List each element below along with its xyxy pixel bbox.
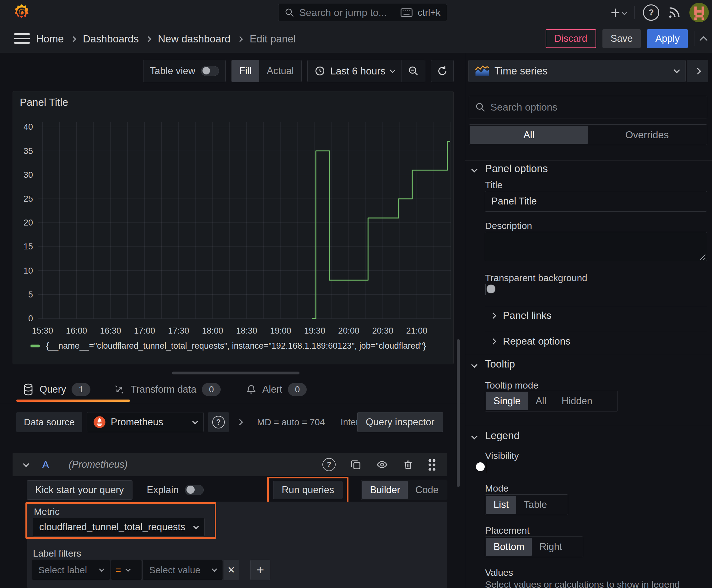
query-inspector-button[interactable]: Query inspector: [357, 412, 443, 432]
breadcrumb-new-dashboard[interactable]: New dashboard: [158, 33, 231, 45]
chevron-down-icon: [193, 523, 199, 529]
tooltip-hidden-option[interactable]: Hidden: [554, 392, 600, 410]
save-button[interactable]: Save: [602, 29, 641, 48]
datasource-help-icon[interactable]: ?: [208, 412, 229, 432]
svg-text:21:00: 21:00: [406, 326, 428, 335]
tab-alert[interactable]: Alert 0: [233, 383, 319, 396]
remove-filter-icon[interactable]: ✕: [223, 560, 239, 580]
placement-right-option[interactable]: Right: [532, 538, 569, 556]
operator-dropdown[interactable]: =: [111, 560, 142, 580]
news-rss-icon[interactable]: [667, 6, 681, 19]
legend-values-help: Select values or calculations to show in…: [485, 579, 679, 588]
new-menu-button[interactable]: +: [610, 4, 626, 21]
refresh-icon[interactable]: [431, 60, 454, 82]
metric-select[interactable]: cloudflared_tunnel_total_requests: [33, 518, 205, 537]
actual-option[interactable]: Actual: [259, 60, 301, 82]
tab-all[interactable]: All: [470, 126, 588, 144]
pane-resize-handle[interactable]: [172, 372, 300, 374]
repeat-options-section[interactable]: Repeat options: [503, 335, 570, 347]
table-view-control[interactable]: Table view: [143, 60, 226, 82]
search-icon: [475, 102, 486, 112]
svg-text:20:00: 20:00: [338, 326, 360, 335]
add-filter-icon[interactable]: +: [250, 560, 270, 580]
grafana-logo-icon[interactable]: [13, 3, 31, 21]
select-value-dropdown[interactable]: Select value: [143, 560, 223, 580]
tab-overrides[interactable]: Overrides: [588, 126, 706, 144]
transparent-bg-toggle[interactable]: [485, 284, 486, 295]
tab-alert-label: Alert: [262, 384, 282, 395]
panel-options-header[interactable]: Panel options: [485, 163, 548, 175]
tooltip-single-option[interactable]: Single: [486, 392, 528, 410]
svg-text:15: 15: [24, 242, 33, 251]
svg-text:16:00: 16:00: [66, 326, 87, 335]
chart-legend[interactable]: {__name__="cloudflared_tunnel_total_requ…: [30, 341, 426, 351]
fill-option[interactable]: Fill: [232, 60, 259, 82]
toggle-pane-icon[interactable]: [687, 60, 708, 82]
svg-text:10: 10: [24, 266, 33, 275]
tab-transform[interactable]: Transform data 0: [101, 383, 233, 396]
datasource-picker[interactable]: Prometheus: [87, 412, 204, 432]
menu-icon[interactable]: [14, 33, 30, 44]
legend-list-option[interactable]: List: [486, 496, 516, 514]
resize-handle-icon[interactable]: [698, 253, 706, 260]
explain-toggle[interactable]: [185, 485, 204, 495]
panel-links-section[interactable]: Panel links: [503, 310, 552, 321]
legend-table-option[interactable]: Table: [516, 496, 555, 514]
drag-handle-icon[interactable]: [428, 458, 436, 471]
transparent-bg-label: Transparent background: [485, 273, 587, 283]
transform-count-badge: 0: [202, 383, 221, 396]
tooltip-header[interactable]: Tooltip: [485, 358, 515, 370]
collapse-header-icon[interactable]: [699, 36, 707, 44]
panel-view-toolbar: Table view Fill Actual Last 6 hours: [13, 60, 454, 82]
datasource-label: Data source: [16, 412, 82, 432]
global-search-box[interactable]: Search or jump to... ctrl+k: [278, 4, 447, 21]
select-label-dropdown[interactable]: Select label: [32, 560, 110, 580]
legend-label[interactable]: {__name__="cloudflared_tunnel_total_requ…: [46, 341, 426, 351]
placement-bottom-option[interactable]: Bottom: [486, 538, 532, 556]
search-options-input[interactable]: Search options: [469, 96, 707, 119]
table-view-toggle[interactable]: [201, 66, 219, 76]
breadcrumb: Home Dashboards New dashboard Edit panel: [36, 25, 296, 53]
duplicate-icon[interactable]: [350, 459, 361, 470]
code-option[interactable]: Code: [408, 481, 446, 499]
divider: [694, 31, 694, 46]
expand-options-icon[interactable]: [237, 419, 243, 425]
time-range-picker[interactable]: Last 6 hours: [308, 60, 402, 82]
title-input[interactable]: Panel Title: [485, 191, 707, 212]
eye-icon[interactable]: [376, 459, 388, 470]
trash-icon[interactable]: [403, 459, 413, 470]
query-help-icon[interactable]: ?: [322, 458, 336, 471]
legend-visibility-toggle[interactable]: [486, 461, 486, 473]
query-row-header[interactable]: A (Prometheus) ?: [13, 453, 447, 476]
collapse-query-icon[interactable]: [23, 461, 29, 467]
collapse-panel-options-icon[interactable]: [471, 166, 477, 172]
avatar[interactable]: [689, 3, 709, 22]
breadcrumb-dashboards[interactable]: Dashboards: [83, 33, 139, 45]
help-icon[interactable]: ?: [643, 4, 659, 21]
legend-header[interactable]: Legend: [485, 430, 520, 442]
breadcrumb-separator-icon: [237, 36, 243, 42]
discard-button[interactable]: Discard: [546, 29, 596, 48]
visualization-picker[interactable]: Time series: [468, 60, 686, 82]
kick-start-button[interactable]: Kick start your query: [27, 480, 132, 500]
apply-button[interactable]: Apply: [647, 29, 688, 48]
collapse-tooltip-icon[interactable]: [471, 361, 477, 368]
tab-query[interactable]: Query 1: [23, 383, 101, 396]
breadcrumb-separator-icon: [145, 36, 151, 42]
time-series-chart[interactable]: 051015202530354015:3016:0016:3017:0017:3…: [13, 91, 453, 364]
panel-links-expand-icon[interactable]: [490, 313, 496, 319]
collapse-legend-icon[interactable]: [471, 433, 477, 439]
vertical-scrollbar[interactable]: [457, 339, 460, 487]
query-count-badge: 1: [71, 383, 90, 396]
search-placeholder: Search or jump to...: [299, 7, 395, 19]
breadcrumb-home[interactable]: Home: [36, 33, 64, 45]
zoom-out-icon[interactable]: [402, 60, 425, 82]
builder-option[interactable]: Builder: [362, 481, 408, 499]
repeat-options-expand-icon[interactable]: [490, 338, 496, 344]
svg-text:30: 30: [24, 170, 33, 180]
tooltip-all-option[interactable]: All: [528, 392, 554, 410]
run-queries-button[interactable]: Run queries: [273, 481, 343, 499]
description-textarea[interactable]: [485, 232, 707, 261]
prometheus-icon: [93, 416, 106, 428]
divider: [465, 354, 712, 354]
